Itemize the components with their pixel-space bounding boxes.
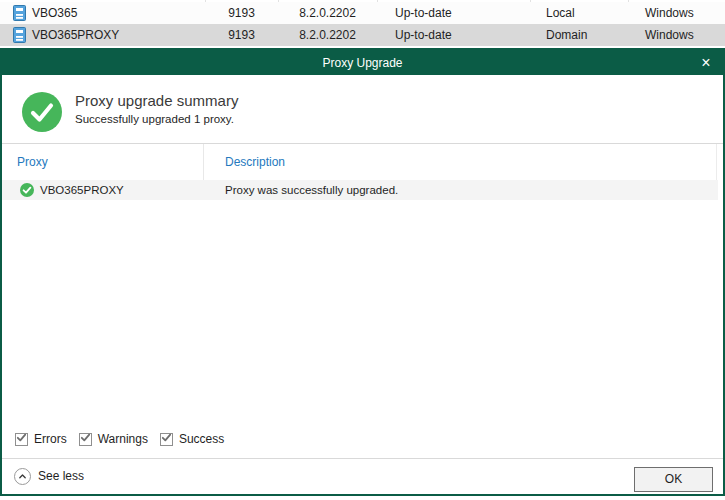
log-filters: Errors Warnings xyxy=(15,431,236,447)
filter-errors[interactable]: Errors xyxy=(15,432,67,446)
proxy-status: Up-to-date xyxy=(377,6,530,20)
checkbox-check-icon xyxy=(161,432,172,446)
proxy-version: 8.2.0.2202 xyxy=(278,6,377,20)
column-header-proxy[interactable]: Proxy xyxy=(17,155,48,169)
checkbox-check-icon xyxy=(16,432,27,446)
filter-label: Warnings xyxy=(98,432,148,446)
result-proxy-name: VBO365PROXY xyxy=(40,180,124,200)
proxies-table: VBO365 9193 8.2.0.2202 Up-to-date Local … xyxy=(0,0,725,48)
results-table-border xyxy=(2,143,723,144)
proxy-name: VBO365PROXY xyxy=(32,28,119,42)
proxy-type: Local xyxy=(530,6,628,20)
checkbox-success[interactable] xyxy=(160,433,173,446)
column-header-description[interactable]: Description xyxy=(225,155,285,169)
proxy-upgrade-dialog: Proxy Upgrade × Proxy upgrade summary Su… xyxy=(0,48,725,496)
filter-success[interactable]: Success xyxy=(160,432,224,446)
screen: VBO365 9193 8.2.0.2202 Up-to-date Local … xyxy=(0,0,725,500)
filter-warnings[interactable]: Warnings xyxy=(79,432,148,446)
checkbox-check-icon xyxy=(80,432,91,446)
footer-divider xyxy=(2,458,723,459)
close-icon[interactable]: × xyxy=(695,50,717,75)
proxy-version: 8.2.0.2202 xyxy=(278,28,377,42)
summary-heading: Proxy upgrade summary xyxy=(75,92,238,109)
proxy-status: Up-to-date xyxy=(377,28,530,42)
dialog-content: Proxy upgrade summary Successfully upgra… xyxy=(2,75,723,494)
proxy-os: Windows xyxy=(628,28,725,42)
filter-label: Success xyxy=(179,432,224,446)
proxy-name: VBO365 xyxy=(32,6,77,20)
chevron-up-circle-icon xyxy=(14,468,31,485)
proxy-server-icon xyxy=(13,27,26,46)
success-check-icon xyxy=(20,183,34,200)
result-description: Proxy was successfully upgraded. xyxy=(225,180,398,200)
filter-label: Errors xyxy=(34,432,67,446)
proxy-server-icon xyxy=(13,5,26,24)
table-row-selected[interactable]: VBO365PROXY 9193 8.2.0.2202 Up-to-date D… xyxy=(0,24,725,46)
ok-button[interactable]: OK xyxy=(634,467,713,492)
checkbox-errors[interactable] xyxy=(15,433,28,446)
proxy-port: 9193 xyxy=(205,6,278,20)
see-less-toggle[interactable]: See less xyxy=(14,467,84,485)
proxy-os: Windows xyxy=(628,6,725,20)
table-row[interactable]: VBO365 9193 8.2.0.2202 Up-to-date Local … xyxy=(0,2,725,24)
proxy-port: 9193 xyxy=(205,28,278,42)
dialog-titlebar: Proxy Upgrade × xyxy=(2,50,723,75)
result-row[interactable]: VBO365PROXY Proxy was successfully upgra… xyxy=(2,180,718,200)
success-circle-icon xyxy=(22,92,62,132)
dialog-title: Proxy Upgrade xyxy=(322,56,402,70)
summary-subtext: Successfully upgraded 1 proxy. xyxy=(75,113,234,125)
checkbox-warnings[interactable] xyxy=(79,433,92,446)
proxy-type: Domain xyxy=(530,28,628,42)
see-less-label: See less xyxy=(38,469,84,483)
